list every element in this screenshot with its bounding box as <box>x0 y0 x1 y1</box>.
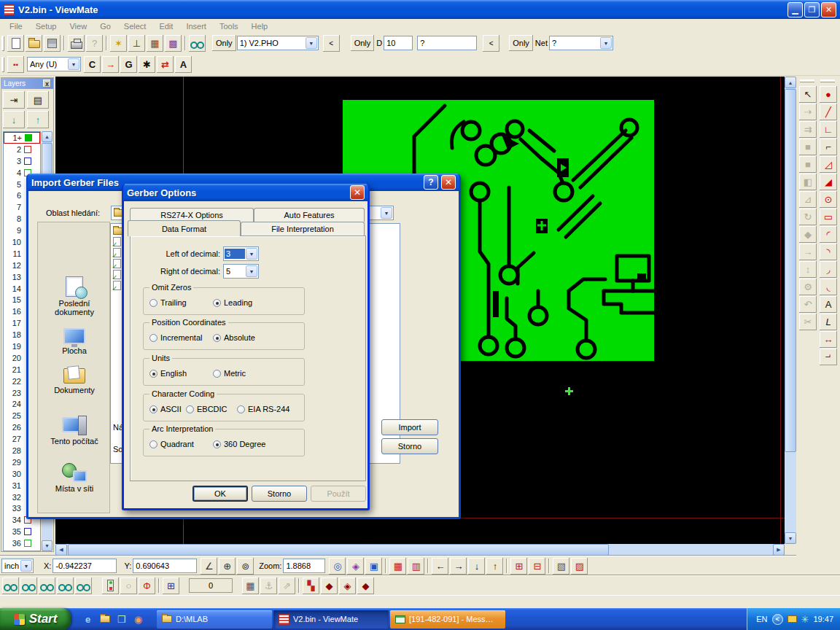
radio-english[interactable]: English <box>149 369 187 378</box>
hscroll-thumb[interactable] <box>68 544 609 556</box>
text-tool[interactable]: A <box>820 296 837 313</box>
vscroll-thumb[interactable] <box>785 89 796 452</box>
gerber-dialog-titlebar[interactable]: Gerber Options ✕ <box>123 184 368 201</box>
right-of-decimal-combo[interactable]: 5 ▼ <box>223 264 259 279</box>
radio-icon[interactable] <box>186 405 194 413</box>
aperture-swap-icon[interactable]: ⇄ <box>157 56 174 73</box>
draw-triangle-tool[interactable]: ◢ <box>820 174 837 190</box>
radio-quadrant[interactable]: Quadrant <box>149 440 194 448</box>
tray-collapse-icon[interactable]: < <box>772 614 783 625</box>
menu-tools[interactable]: Tools <box>213 20 245 32</box>
open-file-icon[interactable] <box>26 35 42 52</box>
draw-arc-tool[interactable]: ◜ <box>820 226 837 243</box>
menu-insert[interactable]: Insert <box>179 20 213 32</box>
minimize-button[interactable]: ▁ <box>788 2 803 18</box>
corner-j-tool[interactable]: ⌐ <box>820 349 837 365</box>
label-tool[interactable]: L <box>820 314 837 330</box>
aperture-arrow-icon[interactable]: → <box>102 56 119 73</box>
film-table-icon[interactable]: ▥ <box>408 558 424 575</box>
origin-icon[interactable]: ⊕ <box>219 558 236 575</box>
scroll-down-icon[interactable]: ▼ <box>785 532 796 544</box>
snap-pattern-4-icon[interactable]: ◆ <box>357 578 374 594</box>
book-icon[interactable]: ❒ <box>114 612 128 626</box>
snap-angle-icon[interactable]: ∠ <box>201 558 217 575</box>
draw-arc3-tool[interactable]: ◞ <box>820 261 837 278</box>
select-tool[interactable]: ↖ <box>799 86 817 103</box>
only-dcode-button[interactable]: Only <box>351 35 375 51</box>
radio-icon[interactable] <box>213 370 221 378</box>
aperture-c-icon[interactable]: C <box>84 56 101 73</box>
select-points-icon[interactable]: ▨ <box>571 558 588 575</box>
layer-row-35[interactable]: 35 <box>4 526 40 537</box>
pan-left-icon[interactable]: ← <box>432 558 448 575</box>
snap-pattern-3-icon[interactable]: ◈ <box>339 578 356 594</box>
place-recent[interactable]: Poslední dokumenty <box>39 276 109 316</box>
only-layer-button[interactable]: Only <box>212 35 236 51</box>
radio-eia-rs-244[interactable]: EIA RS-244 <box>237 405 289 413</box>
chevron-down-icon[interactable]: ▼ <box>246 248 257 260</box>
gerber-file-icon[interactable] <box>113 270 121 279</box>
radio-absolute[interactable]: Absolute <box>213 333 255 342</box>
lamp-off-icon[interactable]: ○ <box>120 578 137 594</box>
x-coordinate-field[interactable] <box>52 559 117 573</box>
firefox-icon[interactable]: ◉ <box>131 612 145 626</box>
toolbar-grip[interactable] <box>1 57 4 71</box>
canvas-vscrollbar[interactable]: ▲ ▼ <box>785 77 796 544</box>
select-area-icon[interactable]: ▧ <box>553 558 569 575</box>
relative-origin-icon[interactable]: ⊚ <box>237 558 254 575</box>
radio-icon[interactable] <box>213 299 221 307</box>
ie-icon[interactable]: e <box>81 612 95 626</box>
gerber-file-icon[interactable] <box>113 248 121 257</box>
cancel-button[interactable]: Storno <box>381 438 438 454</box>
layer-table-icon[interactable]: ▤ <box>27 91 49 109</box>
layer-row-3[interactable]: 3 <box>4 155 40 167</box>
radio-icon[interactable] <box>149 334 158 342</box>
radio-leading[interactable]: Leading <box>213 298 252 307</box>
chevron-down-icon[interactable]: ▼ <box>20 560 32 572</box>
menu-go[interactable]: Go <box>93 20 117 32</box>
menu-select[interactable]: Select <box>117 20 153 32</box>
highlight-icon[interactable]: ✶ <box>110 35 127 52</box>
dcode-status-field[interactable] <box>189 578 233 593</box>
snap-pattern-1-icon[interactable]: ▚ <box>303 578 319 594</box>
draw-rect-tool[interactable]: ▭ <box>820 209 837 225</box>
new-file-icon[interactable] <box>7 35 24 52</box>
layer-combo[interactable]: 1) V2.PHO ▼ <box>237 36 319 50</box>
radio-icon[interactable] <box>237 405 245 413</box>
radio-incremental[interactable]: Incremental <box>149 333 202 342</box>
place-network[interactable]: Místa v síti <box>39 463 109 493</box>
aperture-g-icon[interactable]: G <box>120 56 137 73</box>
radio-ebcdic[interactable]: EBCDIC <box>186 405 228 413</box>
dcode-query-input[interactable] <box>417 36 477 50</box>
dimension-tool[interactable]: ↔ <box>820 331 837 348</box>
pan-right-icon[interactable]: → <box>450 558 467 575</box>
show-all-glasses-icon[interactable] <box>2 578 19 594</box>
pan-down-icon[interactable]: ↓ <box>468 558 485 575</box>
dcode-marker-icon[interactable]: ▪▪ <box>7 56 24 73</box>
film-colors-icon[interactable]: ▩ <box>165 35 182 52</box>
gerber-file-icon[interactable] <box>113 237 121 246</box>
radio-360-degree[interactable]: 360 Degree <box>213 440 266 448</box>
show-dcodes-glasses-icon[interactable] <box>39 578 55 594</box>
layer-row-1+[interactable]: 1+ <box>4 132 40 144</box>
tab-auto-features[interactable]: Auto Features <box>254 208 365 222</box>
ok-button[interactable]: OK <box>192 486 248 502</box>
aperture-a-icon[interactable]: A <box>175 56 192 73</box>
place-desktop[interactable]: Plocha <box>39 328 109 355</box>
menu-setup[interactable]: Setup <box>29 20 63 32</box>
draw-corner-tool[interactable]: ⌐ <box>820 139 837 155</box>
draw-arc2-tool[interactable]: ◝ <box>820 244 837 260</box>
zoom-in-icon[interactable]: ◎ <box>329 558 346 575</box>
radio-icon[interactable] <box>149 370 158 378</box>
zoom-field[interactable] <box>283 559 325 573</box>
gerber-file-icon[interactable] <box>113 281 121 290</box>
chevron-down-icon[interactable]: ▼ <box>246 265 257 277</box>
aperture-type-combo[interactable]: Any (U) ▼ <box>27 57 81 71</box>
folder-launch-icon[interactable] <box>98 612 112 626</box>
menu-file[interactable]: File <box>3 20 29 32</box>
step-window-icon[interactable]: ⊞ <box>510 558 527 575</box>
layer-row-2[interactable]: 2 <box>4 144 40 155</box>
draw-angle-tool[interactable]: ◿ <box>820 156 837 173</box>
help-icon[interactable]: ? <box>424 175 438 190</box>
layer-down-icon[interactable]: ↓ <box>3 111 25 128</box>
